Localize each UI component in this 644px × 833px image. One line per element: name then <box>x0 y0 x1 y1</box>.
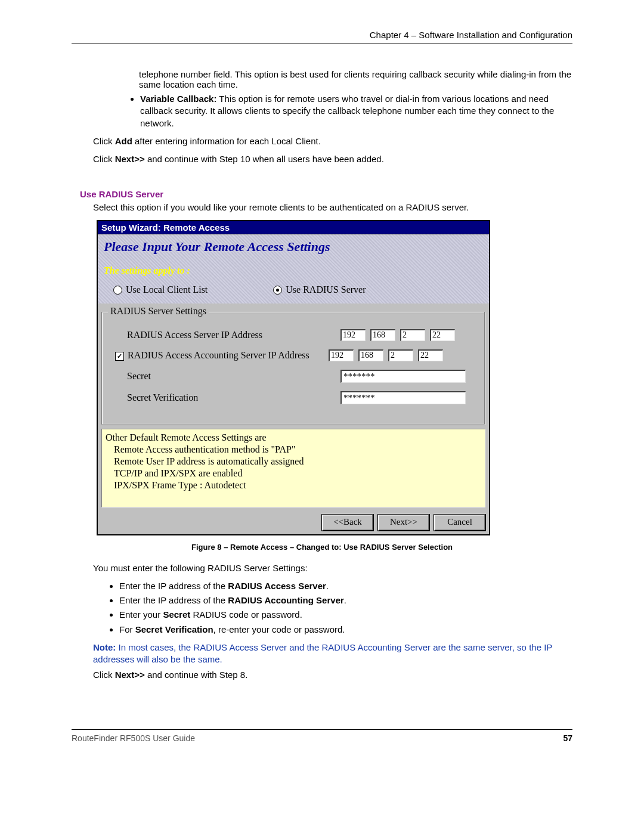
cancel-button[interactable]: Cancel <box>434 515 485 531</box>
access-ip-octet-4[interactable] <box>430 329 455 341</box>
post-intro: You must enter the following RADIUS Serv… <box>93 562 572 574</box>
click-add-para: Click Add after entering information for… <box>93 135 572 147</box>
radius-settings-fieldset: RADIUS Server Settings RADIUS Access Ser… <box>101 312 485 425</box>
list-item: Enter your Secret RADIUS code or passwor… <box>119 609 572 621</box>
acct-ip-octet-1[interactable] <box>329 349 354 361</box>
variable-callback-label: Variable Callback: <box>140 94 216 104</box>
info-line-3: TCP/IP and IPX/SPX are enabled <box>114 467 481 479</box>
acct-ip-octet-2[interactable] <box>358 349 383 361</box>
section-desc: Select this option if you would like you… <box>93 202 572 213</box>
checkbox-accounting[interactable]: ✓ <box>115 352 124 361</box>
access-ip-octet-1[interactable] <box>340 329 366 341</box>
info-line-4: IPX/SPX Frame Type : Autodetect <box>114 479 481 491</box>
note: Note: In most cases, the RADIUS Access S… <box>93 642 572 666</box>
radio-use-radius[interactable]: Use RADIUS Server <box>273 284 366 295</box>
footer-page-number: 57 <box>563 733 572 743</box>
click-next-para: Click Next>> and continue with Step 10 w… <box>93 153 572 165</box>
default-settings-box: Other Default Remote Access Settings are… <box>101 429 485 507</box>
callback-list: Variable Callback: This option is for re… <box>72 93 572 129</box>
callback-telephone-text: telephone number field. This option is b… <box>139 69 572 89</box>
page-header: Chapter 4 – Software Installation and Co… <box>72 30 572 44</box>
settings-list: Enter the IP address of the RADIUS Acces… <box>72 580 572 636</box>
access-ip-octet-2[interactable] <box>370 329 395 341</box>
dialog-button-row: <<Back Next>> Cancel <box>98 513 489 534</box>
dialog-applyto: The settings apply to : <box>104 265 484 276</box>
section-title-use-radius: Use RADIUS Server <box>80 189 572 199</box>
radio-local-client[interactable]: Use Local Client List <box>113 284 208 295</box>
access-ip-octet-3[interactable] <box>400 329 425 341</box>
secret-input[interactable] <box>340 370 466 383</box>
list-item: For Secret Verification, re-enter your c… <box>119 624 572 636</box>
label-access-ip: RADIUS Access Server IP Address <box>115 330 336 340</box>
page-footer: RouteFinder RF500S User Guide 57 <box>72 729 572 743</box>
dialog-titlebar: Setup Wizard: Remote Access <box>98 221 489 234</box>
dialog-top-panel: Please Input Your Remote Access Settings… <box>98 234 489 304</box>
final-next-para: Click Next>> and continue with Step 8. <box>93 669 572 681</box>
list-item: Enter the IP address of the RADIUS Accou… <box>119 594 572 606</box>
label-secret: Secret <box>115 371 336 382</box>
figure-dialog: Setup Wizard: Remote Access Please Input… <box>97 220 490 535</box>
acct-ip-octet-3[interactable] <box>388 349 413 361</box>
radio-on-icon <box>273 286 282 295</box>
acct-ip-octet-4[interactable] <box>418 349 443 361</box>
secret-verify-input[interactable] <box>340 391 466 404</box>
info-line-1: Remote Access authentication method is "… <box>114 444 481 456</box>
info-head: Other Default Remote Access Settings are <box>106 432 481 444</box>
fieldset-legend: RADIUS Server Settings <box>108 306 209 317</box>
next-button[interactable]: Next>> <box>378 515 429 531</box>
figure-caption: Figure 8 – Remote Access – Changed to: U… <box>72 543 572 552</box>
info-line-2: Remote User IP address is automatically … <box>114 456 481 467</box>
variable-callback-item: Variable Callback: This option is for re… <box>140 93 572 129</box>
dialog-heading: Please Input Your Remote Access Settings <box>104 239 484 255</box>
radio-off-icon <box>113 286 122 295</box>
label-accounting-ip: ✓RADIUS Access Accounting Server IP Addr… <box>115 350 324 361</box>
back-button[interactable]: <<Back <box>322 515 373 531</box>
setup-wizard-dialog: Setup Wizard: Remote Access Please Input… <box>97 220 490 535</box>
footer-guide: RouteFinder RF500S User Guide <box>72 733 195 743</box>
list-item: Enter the IP address of the RADIUS Acces… <box>119 580 572 592</box>
label-secret-verify: Secret Verification <box>115 392 336 403</box>
